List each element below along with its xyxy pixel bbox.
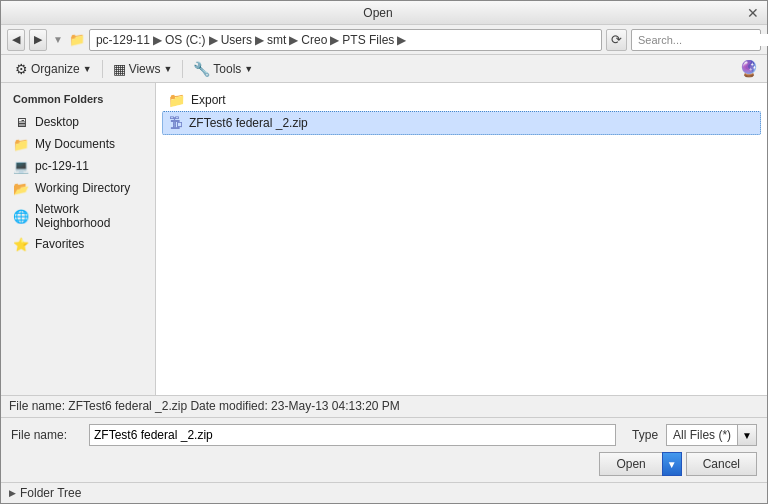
sidebar-header: Common Folders: [1, 91, 155, 111]
sidebar-item-favorites[interactable]: ⭐ Favorites: [1, 233, 155, 255]
organize-icon: ⚙: [15, 61, 28, 77]
bottom-area: File name: Type All Files (*) ▼ Open ▼ C…: [1, 417, 767, 482]
close-button[interactable]: ✕: [747, 6, 759, 20]
tools-icon: 🔧: [193, 61, 210, 77]
sidebar-item-network-neighborhood[interactable]: 🌐 Network Neighborhood: [1, 199, 155, 233]
tools-label: Tools: [213, 62, 241, 76]
path-part-5: PTS Files: [342, 33, 394, 47]
sidebar-label-favorites: Favorites: [35, 237, 84, 251]
status-text: File name: ZFTest6 federal _2.zip Date m…: [9, 399, 400, 413]
action-buttons-row: Open ▼ Cancel: [11, 452, 757, 476]
path-part-3: smt: [267, 33, 286, 47]
status-bar: File name: ZFTest6 federal _2.zip Date m…: [1, 395, 767, 417]
desktop-icon: 🖥: [13, 114, 29, 130]
zip-file-icon: 🗜: [169, 115, 183, 131]
folder-tree-chevron: ▶: [9, 488, 16, 498]
pc-icon: 💻: [13, 158, 29, 174]
toolbar-divider-1: [102, 60, 103, 78]
organize-label: Organize: [31, 62, 80, 76]
open-dropdown-btn[interactable]: ▼: [662, 452, 682, 476]
content-area: 📁 Export 🗜 ZFTest6 federal _2.zip: [156, 83, 767, 395]
working-directory-icon: 📂: [13, 180, 29, 196]
type-value: All Files (*): [667, 426, 737, 444]
views-button[interactable]: ▦ Views ▼: [107, 58, 179, 80]
folder-tree-label: Folder Tree: [20, 486, 81, 500]
export-folder-icon: 📁: [168, 92, 185, 108]
sidebar-label-my-documents: My Documents: [35, 137, 115, 151]
path-part-0: pc-129-11: [96, 33, 150, 47]
file-item-zftest6[interactable]: 🗜 ZFTest6 federal _2.zip: [162, 111, 761, 135]
filename-label: File name:: [11, 428, 81, 442]
export-label: Export: [191, 93, 226, 107]
sidebar-item-my-documents[interactable]: 📁 My Documents: [1, 133, 155, 155]
tools-chevron: ▼: [244, 64, 253, 74]
address-path[interactable]: pc-129-11 ▶ OS (C:) ▶ Users ▶ smt ▶ Creo…: [89, 29, 602, 51]
sidebar-label-pc: pc-129-11: [35, 159, 89, 173]
folder-tree-bar[interactable]: ▶ Folder Tree: [1, 482, 767, 503]
views-icon: ▦: [113, 61, 126, 77]
type-label: Type: [632, 428, 658, 442]
views-label: Views: [129, 62, 161, 76]
network-icon: 🌐: [13, 208, 29, 224]
path-part-4: Creo: [301, 33, 327, 47]
tools-button[interactable]: 🔧 Tools ▼: [187, 58, 259, 80]
sidebar-label-desktop: Desktop: [35, 115, 79, 129]
my-documents-icon: 📁: [13, 136, 29, 152]
sidebar-item-desktop[interactable]: 🖥 Desktop: [1, 111, 155, 133]
dialog-title: Open: [9, 6, 747, 20]
sidebar-item-pc[interactable]: 💻 pc-129-11: [1, 155, 155, 177]
title-bar: Open ✕: [1, 1, 767, 25]
toolbar: ⚙ Organize ▼ ▦ Views ▼ 🔧 Tools ▼ 🔮: [1, 55, 767, 83]
favorites-icon: ⭐: [13, 236, 29, 252]
open-dialog: Open ✕ ◀ ▶ ▼ 📁 pc-129-11 ▶ OS (C:) ▶ Use…: [0, 0, 768, 504]
back-button[interactable]: ◀: [7, 29, 25, 51]
sidebar: Common Folders 🖥 Desktop 📁 My Documents …: [1, 83, 156, 395]
refresh-button[interactable]: ⟳: [606, 29, 627, 51]
toolbar-divider-2: [182, 60, 183, 78]
sidebar-label-network-neighborhood: Network Neighborhood: [35, 202, 143, 230]
type-dropdown-btn[interactable]: ▼: [737, 425, 756, 445]
file-item-export[interactable]: 📁 Export: [162, 89, 761, 111]
zftest6-label: ZFTest6 federal _2.zip: [189, 116, 308, 130]
sidebar-item-working-directory[interactable]: 📂 Working Directory: [1, 177, 155, 199]
organize-chevron: ▼: [83, 64, 92, 74]
organize-button[interactable]: ⚙ Organize ▼: [9, 58, 98, 80]
path-part-2: Users: [221, 33, 252, 47]
search-input[interactable]: [638, 34, 768, 46]
filename-input[interactable]: [89, 424, 616, 446]
path-part-1: OS (C:): [165, 33, 206, 47]
address-bar: ◀ ▶ ▼ 📁 pc-129-11 ▶ OS (C:) ▶ Users ▶ sm…: [1, 25, 767, 55]
main-area: Common Folders 🖥 Desktop 📁 My Documents …: [1, 83, 767, 395]
type-select[interactable]: All Files (*) ▼: [666, 424, 757, 446]
folder-icon: 📁: [69, 32, 85, 47]
cancel-button[interactable]: Cancel: [686, 452, 757, 476]
help-icon[interactable]: 🔮: [739, 59, 759, 78]
open-button-wrapper: Open ▼: [599, 452, 681, 476]
sidebar-label-working-directory: Working Directory: [35, 181, 130, 195]
search-box[interactable]: [631, 29, 761, 51]
filename-row: File name: Type All Files (*) ▼: [11, 424, 757, 446]
forward-button[interactable]: ▶: [29, 29, 47, 51]
views-chevron: ▼: [163, 64, 172, 74]
open-button[interactable]: Open: [599, 452, 661, 476]
